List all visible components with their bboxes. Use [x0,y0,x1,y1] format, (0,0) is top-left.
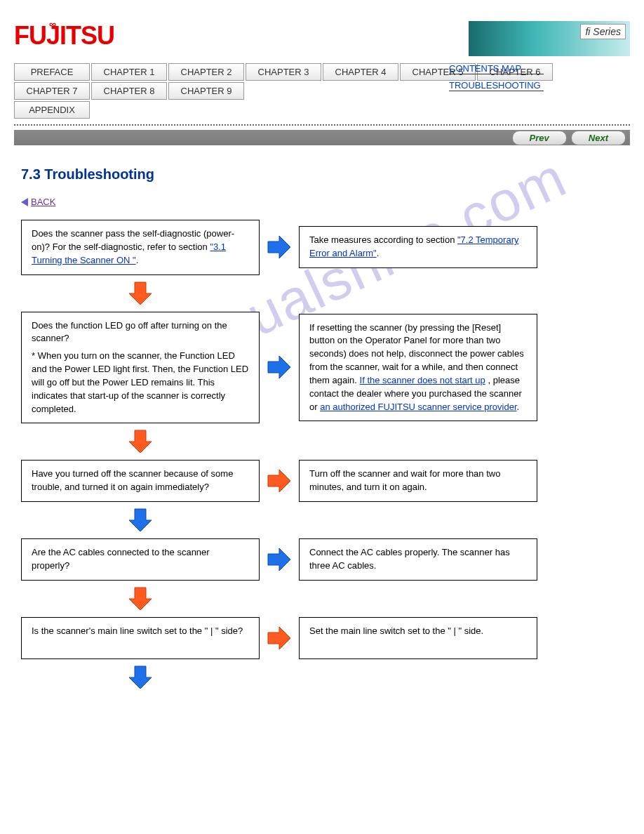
flow-box-4-left: Are the AC cables connected to the scann… [21,538,260,581]
svg-marker-2 [268,356,290,378]
tab-appendix[interactable]: APPENDIX [14,101,90,119]
svg-marker-7 [129,588,152,610]
flow-box-5-right: Set the main line switch set to the " | … [299,617,537,659]
tab-chapter-9[interactable]: CHAPTER 9 [168,82,244,100]
flow-box-1-left: Does the scanner pass the self-diagnosti… [21,220,260,275]
svg-marker-3 [129,430,152,453]
tab-chapter-7[interactable]: CHAPTER 7 [14,82,90,100]
arrow-down-icon [128,281,153,306]
svg-marker-0 [268,236,290,258]
flow-box-3-right: Turn off the scanner and wait for more t… [299,460,537,502]
tab-chapter-1[interactable]: CHAPTER 1 [91,63,167,81]
tab-preface[interactable]: PREFACE [14,63,90,81]
link-service-provider[interactable]: an authorized FUJITSU scanner service pr… [320,402,516,412]
arrow-down-icon [128,665,153,690]
link-not-start[interactable]: If the scanner does not start up [360,375,485,385]
nav-bar: Prev Next [14,130,630,145]
svg-marker-6 [268,548,290,571]
tab-chapter-8[interactable]: CHAPTER 8 [91,82,167,100]
tab-chapter-3[interactable]: CHAPTER 3 [246,63,321,81]
svg-marker-4 [268,470,290,492]
back-icon[interactable] [21,198,28,206]
flow-box-2-left: Does the function LED go off after turni… [21,312,260,424]
svg-marker-1 [129,282,152,305]
arrow-right-icon [267,547,292,572]
flow-text: . [377,248,380,258]
svg-marker-9 [129,666,152,689]
arrow-right-icon [267,626,292,651]
svg-marker-5 [129,509,152,531]
flow-box-5-left: Is the scanner's main line switch set to… [21,617,260,659]
flow-text: . [517,402,520,412]
flow-box-2-right: If resetting the scanner (by pressing th… [299,314,537,422]
arrow-down-icon [128,586,153,611]
tab-chapter-2[interactable]: CHAPTER 2 [168,63,244,81]
next-button[interactable]: Next [571,131,626,145]
fujitsu-logo: FUJITSU [14,21,114,51]
arrow-down-icon [128,508,153,533]
flow-box-3-left: Have you turned off the scanner because … [21,460,260,502]
prev-button[interactable]: Prev [512,131,567,145]
arrow-right-icon [267,468,292,494]
svg-marker-8 [268,627,290,649]
flow-note: * When you turn on the scanner, the Func… [32,350,249,416]
tab-chapter-4[interactable]: CHAPTER 4 [323,63,398,81]
section-title: 7.3 Troubleshooting [21,166,623,183]
flow-box-1-right: Take measures according to section "7.2 … [299,226,537,268]
arrow-right-icon [267,234,292,260]
flow-box-4-right: Connect the AC cables properly. The scan… [299,538,537,581]
link-contents-map[interactable]: CONTENTS MAP [449,63,544,74]
divider [14,124,630,126]
fi-series-badge: fi Series [580,24,626,39]
arrow-right-icon [267,355,292,380]
arrow-down-icon [128,429,153,454]
back-link[interactable]: BACK [31,197,55,207]
flow-text: Does the scanner pass the self-diagnosti… [32,228,234,252]
flow-text: . [136,255,139,265]
flow-text: Does the function LED go off after turni… [32,319,249,346]
link-troubleshooting[interactable]: TROUBLESHOOTING [449,80,544,91]
flow-text: Take measures according to section [309,234,457,245]
fi-series-banner: fi Series [469,21,630,56]
